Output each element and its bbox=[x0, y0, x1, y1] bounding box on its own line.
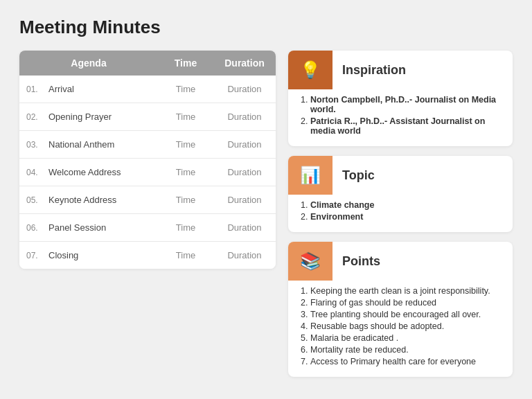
list-item: Environment bbox=[310, 212, 503, 222]
chart-icon: 📊 bbox=[300, 166, 321, 185]
duration-cell: Duration bbox=[213, 159, 276, 186]
agenda-cell: 05. Keynote Address bbox=[19, 186, 158, 213]
row-label: Welcome Address bbox=[48, 167, 121, 177]
time-cell: Time bbox=[158, 214, 213, 241]
duration-cell: Duration bbox=[213, 103, 276, 130]
header-duration: Duration bbox=[213, 51, 276, 76]
points-body: Keeping the earth clean is a joint respo… bbox=[288, 281, 513, 377]
agenda-cell: 04. Welcome Address bbox=[19, 159, 158, 186]
time-cell: Time bbox=[158, 159, 213, 186]
agenda-cell: 02. Opening Prayer bbox=[19, 103, 158, 130]
table-row: 07. Closing Time Duration bbox=[19, 242, 276, 269]
row-number: 02. bbox=[26, 112, 42, 122]
inspiration-card-header: 💡 Inspiration bbox=[288, 51, 513, 89]
topic-icon-box: 📊 bbox=[288, 156, 332, 195]
row-number: 01. bbox=[26, 85, 42, 94]
topic-card-header: 📊 Topic bbox=[288, 156, 513, 195]
points-card-header: 📚 Points bbox=[288, 242, 513, 281]
agenda-cell: 01. Arrival bbox=[19, 76, 158, 103]
list-item: Access to Primary health care for everyo… bbox=[310, 357, 503, 366]
table-row: 04. Welcome Address Time Duration bbox=[19, 159, 276, 186]
list-item: Mortality rate be reduced. bbox=[310, 345, 503, 355]
row-number: 03. bbox=[26, 140, 42, 150]
row-number: 06. bbox=[26, 223, 42, 233]
right-panel: 💡 Inspiration Norton Campbell, Ph.D..- J… bbox=[288, 51, 513, 377]
agenda-cell: 07. Closing bbox=[19, 242, 158, 269]
row-number: 07. bbox=[26, 251, 42, 260]
list-item: Norton Campbell, Ph.D..- Journalist on M… bbox=[310, 95, 503, 114]
inspiration-icon-box: 💡 bbox=[288, 51, 332, 89]
row-label: Panel Session bbox=[48, 222, 106, 233]
time-cell: Time bbox=[158, 131, 213, 158]
duration-cell: Duration bbox=[213, 242, 276, 269]
table-row: 03. National Anthem Time Duration bbox=[19, 131, 276, 159]
list-item: Reusable bags should be adopted. bbox=[310, 321, 503, 331]
inspiration-title: Inspiration bbox=[342, 63, 406, 78]
row-label: Opening Prayer bbox=[48, 112, 112, 122]
points-title: Points bbox=[342, 254, 380, 269]
list-item: Keeping the earth clean is a joint respo… bbox=[310, 286, 503, 296]
table-row: 02. Opening Prayer Time Duration bbox=[19, 103, 276, 131]
list-item: Climate change bbox=[310, 200, 503, 210]
topic-title: Topic bbox=[342, 168, 375, 183]
agenda-cell: 06. Panel Session bbox=[19, 214, 158, 241]
page-title: Meeting Minutes bbox=[19, 17, 513, 38]
agenda-rows: 01. Arrival Time Duration 02. Opening Pr… bbox=[19, 76, 276, 269]
list-item: Malaria be eradicated . bbox=[310, 333, 503, 343]
agenda-cell: 03. National Anthem bbox=[19, 131, 158, 158]
header-time: Time bbox=[158, 51, 213, 76]
table-row: 01. Arrival Time Duration bbox=[19, 76, 276, 103]
table-header: Agenda Time Duration bbox=[19, 51, 276, 76]
layers-icon: 📚 bbox=[300, 251, 321, 271]
row-label: Keynote Address bbox=[48, 195, 116, 205]
row-number: 04. bbox=[26, 168, 42, 177]
inspiration-body: Norton Campbell, Ph.D..- Journalist on M… bbox=[288, 89, 513, 146]
list-item: Patricia R.., Ph.D..- Assistant Journali… bbox=[310, 116, 503, 136]
main-content: Agenda Time Duration 01. Arrival Time Du… bbox=[19, 51, 513, 377]
time-cell: Time bbox=[158, 242, 213, 269]
list-item: Tree planting should be encouraged all o… bbox=[310, 310, 503, 319]
inspiration-card: 💡 Inspiration Norton Campbell, Ph.D..- J… bbox=[288, 51, 513, 146]
lightbulb-icon: 💡 bbox=[300, 60, 321, 80]
row-label: National Anthem bbox=[48, 139, 114, 150]
duration-cell: Duration bbox=[213, 76, 276, 103]
duration-cell: Duration bbox=[213, 214, 276, 241]
row-label: Arrival bbox=[48, 84, 74, 94]
table-row: 05. Keynote Address Time Duration bbox=[19, 186, 276, 214]
header-agenda: Agenda bbox=[19, 51, 158, 76]
time-cell: Time bbox=[158, 76, 213, 103]
duration-cell: Duration bbox=[213, 131, 276, 158]
duration-cell: Duration bbox=[213, 186, 276, 213]
row-label: Closing bbox=[48, 250, 78, 260]
time-cell: Time bbox=[158, 186, 213, 213]
points-icon-box: 📚 bbox=[288, 242, 332, 281]
points-card: 📚 Points Keeping the earth clean is a jo… bbox=[288, 242, 513, 377]
topic-body: Climate changeEnvironment bbox=[288, 195, 513, 232]
list-item: Flaring of gas should be reduced bbox=[310, 298, 503, 308]
row-number: 05. bbox=[26, 195, 42, 205]
time-cell: Time bbox=[158, 103, 213, 130]
agenda-table: Agenda Time Duration 01. Arrival Time Du… bbox=[19, 51, 276, 269]
table-row: 06. Panel Session Time Duration bbox=[19, 214, 276, 242]
topic-card: 📊 Topic Climate changeEnvironment bbox=[288, 156, 513, 232]
